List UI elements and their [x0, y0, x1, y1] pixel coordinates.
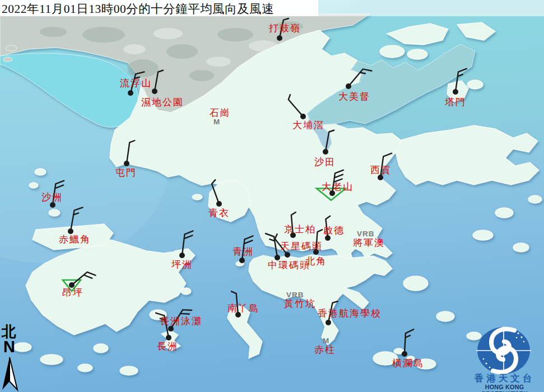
station-label-sha-chau: 沙洲 — [41, 193, 63, 203]
station-dot-hk-sea-school — [326, 320, 331, 325]
wind-barb-tsing-yi — [212, 180, 222, 207]
station-dot-ta-kwu-ling — [277, 35, 282, 41]
station-label-tuen-mun: 屯門 — [115, 168, 137, 179]
station-label-wong-chuk-hang: 黃竹坑 — [284, 299, 316, 310]
hko-logo: 香港天文台 HONG KONG OBSERVATORY — [465, 323, 544, 392]
wind-barb-peng-chau — [179, 231, 193, 258]
station-label-green-island: 青洲 — [233, 247, 254, 258]
station-label-hk-sea-school: 香港航海學校 — [318, 309, 382, 319]
tolo-harbour-water — [307, 44, 475, 125]
station-label-stanley: 赤柱 — [314, 345, 336, 356]
station-label-tates-cairn: 大老山 — [322, 182, 354, 193]
station-label-lau-fau-shan: 流浮山 — [120, 78, 152, 89]
station-label-central-pier: 中環碼頭 — [268, 260, 310, 271]
wind-barb-wetland-park — [152, 71, 163, 95]
station-label-tseung-kwan-o: 將軍澳 — [353, 238, 385, 249]
station-label-chek-lap-kok: 赤鱲角 — [59, 235, 91, 245]
station-dot-star-ferry-pier — [285, 252, 290, 258]
station-dot-wetland-park — [152, 88, 157, 94]
station-dot-tai-po-kau — [300, 114, 306, 119]
map-title: 2022年11月01日13時00分的十分鐘平均風向及風速 — [2, 1, 274, 17]
north-label-letter: N — [3, 339, 15, 355]
hko-emblem-icon — [465, 323, 544, 375]
station-dot-tap-mun — [453, 89, 458, 95]
status-label-tseung-kwan-o: VRB — [357, 230, 375, 238]
wind-barb-chek-lap-kok — [68, 207, 83, 234]
station-label-tai-po-kau: 大埔滘 — [292, 120, 324, 131]
station-label-kings-park: 京士柏 — [284, 225, 316, 235]
station-label-kai-tak: 啟德 — [323, 226, 345, 236]
station-dot-chek-lap-kok — [68, 228, 73, 234]
station-dot-peng-chau — [179, 253, 185, 258]
wind-barb-tai-po-kau — [289, 95, 306, 119]
wind-map: 打鼓嶺流浮山濕地公園石崗M大美督塔門大埔滘沙田西貢屯門沙洲赤鱲角大老山青衣京士柏… — [0, 0, 544, 392]
station-dot-sha-tin — [323, 149, 328, 155]
station-label-peng-chau: 坪洲 — [171, 260, 193, 270]
stations-overlay — [0, 0, 544, 392]
sai-kung-east-land — [396, 125, 539, 185]
landmasses — [0, 14, 542, 375]
station-dot-waglan-island — [402, 351, 407, 357]
station-dot-green-island — [239, 258, 245, 263]
station-dot-tai-mei-tuk — [346, 83, 351, 89]
sea — [0, 0, 544, 392]
station-label-ta-kwu-ling: 打鼓嶺 — [269, 24, 301, 34]
wind-barb-central-pier — [266, 234, 280, 260]
hko-name-english: HONG KONG OBSERVATORY — [462, 384, 544, 392]
status-label-wong-chuk-hang: VRB — [286, 291, 304, 299]
station-dot-tuen-mun — [124, 161, 129, 166]
station-label-wetland-park: 濕地公園 — [141, 97, 184, 108]
north-indicator: 北 N — [0, 324, 22, 392]
shenzhen-urban-texture — [40, 21, 303, 81]
station-label-cheung-chau-beach: 長洲泳灘 — [160, 316, 202, 327]
wind-barb-waglan-island — [402, 329, 413, 357]
hko-name-chinese: 香港天文台 — [465, 372, 544, 385]
station-label-tap-mun: 塔門 — [445, 97, 466, 108]
station-label-ngong-ping: 昂坪 — [62, 288, 83, 298]
outlying-islands — [13, 169, 542, 375]
station-dot-lau-fau-shan — [128, 90, 133, 96]
wind-barb-tai-mei-tuk — [346, 69, 371, 89]
status-label-stanley: M — [323, 337, 329, 345]
station-label-sai-kung: 西貢 — [370, 165, 392, 176]
station-label-cheung-chau: 長洲 — [157, 342, 178, 352]
status-label-shek-kong: M — [213, 118, 220, 126]
mirs-bay-tint — [291, 0, 544, 151]
station-label-tai-mei-tuk: 大美督 — [338, 92, 370, 102]
station-label-sha-tin: 沙田 — [314, 157, 336, 168]
station-label-tsing-yi: 青衣 — [208, 208, 230, 219]
station-label-north-point: 北角 — [305, 256, 327, 267]
station-label-star-ferry-pier: 天星碼頭 — [280, 241, 323, 252]
wind-barb-tuen-mun — [124, 141, 134, 166]
station-dot-cheung-chau — [166, 335, 171, 340]
wind-barb-ngong-ping — [69, 272, 96, 288]
station-label-waglan-island: 橫瀾島 — [392, 358, 424, 369]
station-dot-tsing-yi — [216, 201, 222, 207]
basemap — [0, 0, 544, 392]
shenzhen-land — [0, 14, 370, 113]
deep-bay-water — [0, 53, 138, 127]
northeast-islands — [380, 22, 495, 102]
wind-barb-sha-tin — [323, 130, 334, 155]
station-label-lamma-island: 南丫島 — [227, 304, 259, 314]
station-label-shek-kong: 石崗 — [210, 108, 231, 119]
wind-barb-tap-mun — [453, 69, 467, 95]
